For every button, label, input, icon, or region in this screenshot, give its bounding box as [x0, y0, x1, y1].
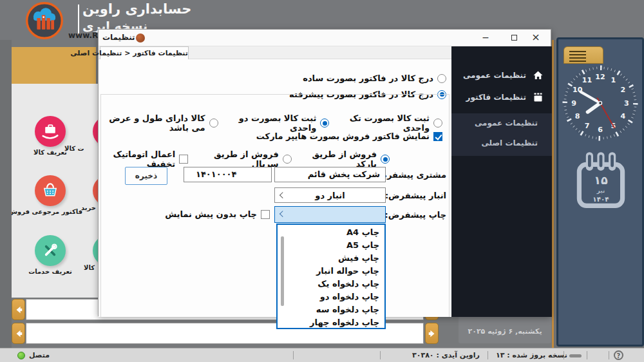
checkbox-auto-discount[interactable]: اعمال اتوماتیک تخفیف — [99, 149, 188, 169]
statusbar-divider — [609, 351, 609, 359]
radio-label: فروش از طریق سریال — [201, 149, 278, 169]
dropdown-scrollbar[interactable] — [281, 236, 284, 306]
radio-label: کالا دارای طول و عرض می باشد — [99, 113, 205, 133]
settings-nav: تنظیمات عمومی تنظیمات فاکتور تنظیمات عمو… — [451, 46, 552, 317]
dropdown-option[interactable]: چاپ دلخواه دو — [278, 291, 384, 303]
svg-text:11: 11 — [582, 76, 592, 84]
radio-unit-single[interactable]: ثبت کالا بصورت تک واحدی — [343, 113, 442, 133]
hamburger-icon — [569, 57, 586, 59]
print-options-dropdown: چاپ A4 چاپ A5 چاپ فیش چاپ حواله انبار چا… — [276, 224, 386, 329]
svg-text:4: 4 — [620, 112, 625, 120]
calendar-month: تیر — [596, 187, 605, 195]
subnav-item-main[interactable]: تنظیمات اصلی — [451, 133, 552, 153]
statusbar-divider — [587, 351, 587, 359]
radio-icon[interactable] — [320, 119, 329, 128]
define-services-button[interactable] — [35, 235, 66, 266]
strip-lower-left-arrow-button[interactable] — [12, 323, 25, 344]
minimize-button[interactable]: − — [475, 30, 496, 46]
clipped-shortcut-label: کالا — [84, 264, 95, 271]
maximize-button[interactable] — [504, 30, 524, 46]
calendar-widget: ۱۵ تیر ۱۴۰۴ — [575, 144, 627, 216]
clipped-shortcut-button[interactable] — [93, 175, 98, 206]
radio-unit-dual[interactable]: ثبت کالا بصورت دو واحدی — [232, 113, 330, 133]
statusbar-divider — [380, 351, 381, 359]
radio-entry-simple[interactable]: درج کالا در فاکتور بصورت ساده — [303, 73, 446, 83]
settings-dialog: تنظیمات − × تنظیمات فاکتور < تنظیمات اصل… — [98, 29, 551, 316]
close-button[interactable]: × — [526, 30, 546, 46]
radio-label: ثبت کالا بصورت دو واحدی — [232, 113, 317, 133]
subnav-item-general[interactable]: تنظیمات عمومی — [451, 113, 552, 133]
help-button[interactable]: ? — [614, 350, 623, 360]
connection-status-icon — [17, 352, 25, 359]
radio-icon[interactable] — [209, 119, 218, 128]
dropdown-option[interactable]: چاپ فیش — [278, 252, 384, 265]
radio-sale-barcode[interactable]: فروش از طریق بارکد — [305, 149, 390, 169]
home-icon — [533, 70, 544, 81]
tab-invoice-settings[interactable]: تنظیمات فاکتور < تنظیمات اصلی — [100, 46, 189, 59]
hamburger-icon — [569, 51, 586, 52]
radio-label: ثبت کالا بصورت تک واحدی — [343, 113, 430, 133]
statusbar-divider — [564, 351, 564, 359]
dropdown-option[interactable]: چاپ A5 — [278, 239, 384, 252]
customer-code-input[interactable]: ۱۴۰۱۰۰۰۴ — [184, 167, 272, 182]
radio-label: درج کالا در فاکتور بصورت ساده — [303, 73, 433, 83]
analog-clock: 12 1 2 3 4 5 6 7 8 9 10 11 — [558, 61, 642, 145]
svg-text:8: 8 — [575, 112, 580, 120]
nav-item-general-settings[interactable]: تنظیمات عمومی — [451, 64, 552, 86]
dialog-titlebar[interactable]: تنظیمات − × — [99, 30, 551, 46]
svg-text:6: 6 — [598, 126, 603, 134]
svg-text:9: 9 — [571, 99, 576, 108]
arrow-left-icon — [14, 329, 23, 338]
save-button[interactable]: ذخیره — [125, 167, 167, 185]
checkbox-print-no-preview[interactable]: چاپ بدون پیش نمایش — [165, 209, 270, 219]
dropdown-option[interactable]: چاپ دلخواه یک — [278, 278, 384, 291]
tools-icon — [39, 240, 61, 262]
nav-item-label: تنظیمات فاکتور — [466, 93, 526, 102]
checkbox-icon[interactable] — [261, 210, 270, 219]
checkbox-label: چاپ بدون پیش نمایش — [165, 209, 257, 219]
radio-sale-serial[interactable]: فروش از طریق سریال — [201, 149, 291, 169]
nav-item-invoice-settings[interactable]: تنظیمات فاکتور — [451, 86, 552, 108]
dropdown-option[interactable]: چاپ دلخواه چهار — [278, 316, 384, 329]
gregorian-date-text: یکشنبه, ۶ ژوئیه ۲۰۲۵ — [459, 327, 551, 336]
radio-icon[interactable] — [433, 119, 442, 128]
clipped-shortcut-label: خرید — [81, 204, 96, 211]
app-window: حسابداری راوین نسخه ابری www.Ravi تعریف … — [0, 0, 644, 362]
checkbox-hypermarket[interactable]: نمایش فاکتور فروش بصورت هایپر مارکت — [256, 131, 442, 141]
checkbox-icon[interactable] — [179, 155, 188, 164]
strip-lower-right-arrow-button[interactable] — [425, 323, 439, 344]
nav-item-label: تنظیمات عمومی — [463, 71, 526, 80]
dialog-tabstrip: تنظیمات فاکتور < تنظیمات اصلی — [99, 46, 451, 59]
app-logo-icon — [16, 1, 73, 40]
status-bar: متصل راوین آیدی : ۳۰۳۸۰ نسخه بروز شده : … — [0, 348, 644, 362]
radio-label: فروش از طریق بارکد — [305, 149, 377, 169]
strip-upper-left-arrow-button[interactable] — [12, 299, 25, 320]
minimize-tray-icon[interactable] — [569, 354, 582, 357]
calendar-day: ۱۵ — [594, 174, 608, 187]
default-print-select[interactable] — [274, 206, 386, 223]
default-print-label: چاپ پیشفرض: — [385, 210, 446, 220]
dropdown-option[interactable]: چاپ حواله انبار — [278, 265, 384, 278]
clipped-shortcut-button[interactable] — [93, 235, 98, 266]
app-title: حسابداری راوین — [82, 1, 191, 17]
statusbar-divider — [488, 351, 488, 359]
maximize-icon — [511, 35, 517, 41]
define-product-button[interactable] — [35, 116, 66, 147]
arrow-left-icon — [14, 305, 23, 314]
shortcut-label: فاکتور مرجوعی فروش — [18, 208, 82, 215]
default-warehouse-select[interactable]: انبار دو — [274, 187, 386, 203]
svg-text:3: 3 — [624, 99, 629, 108]
default-customer-input[interactable]: شرکت پخش قائم — [274, 167, 386, 182]
side-widget-panel: 12 1 2 3 4 5 6 7 8 9 10 11 ۱۵ تیر ۱۴۰۴ — [556, 37, 644, 347]
sales-return-invoice-button[interactable] — [35, 175, 66, 206]
clipped-shortcut-button[interactable] — [93, 116, 98, 147]
radio-icon[interactable] — [381, 155, 390, 164]
version-text: نسخه بروز شده : ۱۳ — [496, 351, 567, 359]
radio-icon[interactable] — [283, 155, 292, 164]
dropdown-option[interactable]: چاپ دلخواه سه — [278, 303, 384, 316]
checkbox-icon[interactable] — [433, 132, 442, 141]
dropdown-option[interactable]: چاپ A4 — [278, 226, 384, 239]
radio-icon[interactable] — [437, 74, 446, 83]
selected-warehouse: انبار دو — [315, 191, 345, 200]
radio-unit-dimension[interactable]: کالا دارای طول و عرض می باشد — [99, 113, 218, 133]
